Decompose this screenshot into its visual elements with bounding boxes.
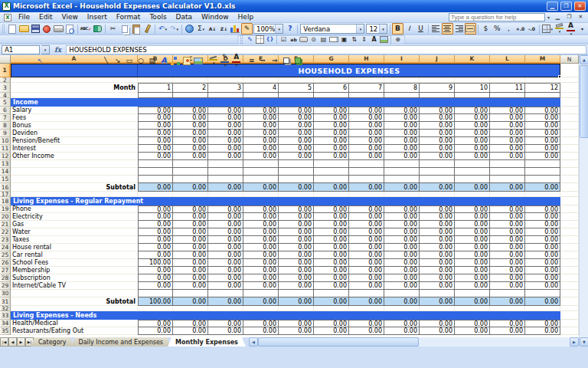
cell[interactable]: 0.00 — [173, 114, 208, 122]
textbox-control-icon[interactable]: ab — [289, 35, 299, 44]
cell[interactable] — [490, 93, 525, 98]
cell[interactable] — [560, 176, 579, 183]
row-header[interactable]: 26 — [0, 259, 11, 267]
empty-label-cell[interactable] — [11, 290, 138, 297]
cell[interactable]: 0.00 — [208, 122, 243, 130]
cell[interactable] — [420, 176, 455, 183]
cell[interactable]: 0.00 — [349, 183, 384, 192]
row-header[interactable]: 28 — [0, 274, 11, 282]
label-cell[interactable]: Taxes — [11, 236, 138, 244]
cell[interactable]: 8 — [384, 83, 420, 93]
cell[interactable]: 0.00 — [384, 282, 420, 290]
cell[interactable]: 0.00 — [455, 205, 490, 213]
dropdown-arrow-icon[interactable]: ▾ — [570, 31, 573, 36]
autosum-icon[interactable]: Σ▾ — [195, 23, 207, 34]
cell[interactable]: 0.00 — [314, 114, 349, 122]
cell[interactable] — [173, 168, 208, 176]
cell[interactable]: 9 — [420, 83, 455, 93]
cell[interactable]: 0.00 — [384, 259, 420, 267]
empty-cell[interactable] — [279, 192, 314, 197]
label-cell[interactable]: Deviden — [11, 130, 138, 137]
line-color-icon[interactable]: ✎▾ — [219, 56, 230, 66]
cell[interactable] — [560, 160, 579, 168]
cell[interactable]: 0.00 — [525, 282, 560, 290]
cell[interactable]: 0.00 — [490, 145, 525, 153]
cell[interactable] — [560, 236, 579, 244]
toolbar-options-icon[interactable]: ▾ — [577, 23, 588, 34]
oval-icon[interactable]: ○ — [135, 56, 146, 66]
cell[interactable]: 0.00 — [490, 228, 525, 236]
row-header[interactable]: 20 — [0, 213, 11, 221]
cell[interactable]: 0.00 — [349, 274, 384, 282]
empty-cell[interactable] — [420, 192, 455, 197]
cell[interactable] — [560, 327, 579, 335]
empty-cell[interactable] — [490, 192, 525, 197]
row-header[interactable]: 6 — [0, 107, 11, 114]
label-cell[interactable]: Restaurants/Eating Out — [11, 327, 138, 335]
cell[interactable]: 0.00 — [243, 327, 279, 335]
cell[interactable] — [173, 160, 208, 168]
toggle-button-control-icon[interactable]: ▣ — [339, 35, 349, 44]
empty-cell[interactable] — [279, 306, 314, 311]
cell[interactable]: 0.00 — [279, 130, 314, 137]
label-cell[interactable]: Electricity — [11, 213, 138, 221]
cell[interactable]: 1 — [138, 83, 173, 93]
label-cell[interactable]: House rental — [11, 244, 138, 251]
cell[interactable]: 0.00 — [420, 320, 455, 327]
cell[interactable]: 0.00 — [455, 320, 490, 327]
cell[interactable] — [455, 168, 490, 176]
cell[interactable]: 0.00 — [314, 327, 349, 335]
cell[interactable]: 0.00 — [243, 320, 279, 327]
open-icon[interactable] — [18, 23, 30, 34]
font-size-combo[interactable]: 12▾ — [366, 24, 387, 34]
menu-edit[interactable]: Edit — [34, 12, 57, 22]
cell[interactable]: 0.00 — [314, 137, 349, 145]
row-header[interactable]: 25 — [0, 251, 11, 259]
cell[interactable]: 0.00 — [525, 183, 560, 192]
listbox-control-icon[interactable]: ▤ — [318, 35, 328, 44]
font-color-icon[interactable]: A▾ — [230, 56, 242, 66]
cell[interactable]: 0.00 — [314, 130, 349, 137]
cell[interactable]: 0.00 — [173, 297, 208, 306]
cell[interactable] — [138, 290, 173, 297]
cell[interactable]: 0.00 — [173, 137, 208, 145]
cell[interactable] — [314, 160, 349, 168]
cell[interactable]: 0.00 — [455, 130, 490, 137]
wordart-icon[interactable]: A — [158, 56, 169, 66]
cell[interactable]: 0.00 — [279, 205, 314, 213]
cell[interactable]: 0.00 — [420, 130, 455, 137]
cell[interactable] — [243, 160, 279, 168]
cell[interactable]: 0.00 — [490, 297, 525, 306]
option-button-control-icon[interactable]: ⊙ — [309, 35, 318, 44]
row-header[interactable]: 17 — [0, 192, 11, 197]
new-document-icon[interactable] — [7, 23, 18, 34]
cell[interactable]: 0.00 — [455, 327, 490, 335]
cell[interactable]: 0.00 — [279, 251, 314, 259]
cell[interactable] — [243, 290, 279, 297]
cell[interactable] — [455, 160, 490, 168]
cell[interactable]: 0.00 — [138, 153, 173, 160]
cell[interactable]: 0.00 — [208, 183, 243, 192]
row-header[interactable]: 1 — [0, 64, 11, 77]
cell[interactable]: 0.00 — [314, 282, 349, 290]
cell[interactable]: 0.00 — [208, 228, 243, 236]
cell[interactable]: 0.00 — [243, 236, 279, 244]
empty-cell[interactable] — [208, 192, 243, 197]
cell[interactable]: 0.00 — [420, 267, 455, 274]
menu-tools[interactable]: Tools — [145, 12, 171, 22]
name-box[interactable]: A1 — [2, 45, 40, 54]
cell[interactable]: 0.00 — [314, 205, 349, 213]
empty-cell[interactable] — [243, 192, 279, 197]
cell[interactable]: 0.00 — [208, 145, 243, 153]
cell[interactable]: 0.00 — [455, 244, 490, 251]
cell[interactable]: 0.00 — [173, 213, 208, 221]
row-header[interactable]: 15 — [0, 176, 11, 183]
vertical-scrollbar[interactable]: ▲ ▼ — [579, 55, 588, 347]
cell[interactable]: 0.00 — [420, 213, 455, 221]
cell[interactable]: 0.00 — [490, 183, 525, 192]
cell[interactable]: 0.00 — [525, 236, 560, 244]
cell[interactable] — [560, 274, 579, 282]
cell[interactable]: 0.00 — [138, 183, 173, 192]
cell[interactable]: 0.00 — [243, 213, 279, 221]
cell[interactable]: 0.00 — [314, 274, 349, 282]
